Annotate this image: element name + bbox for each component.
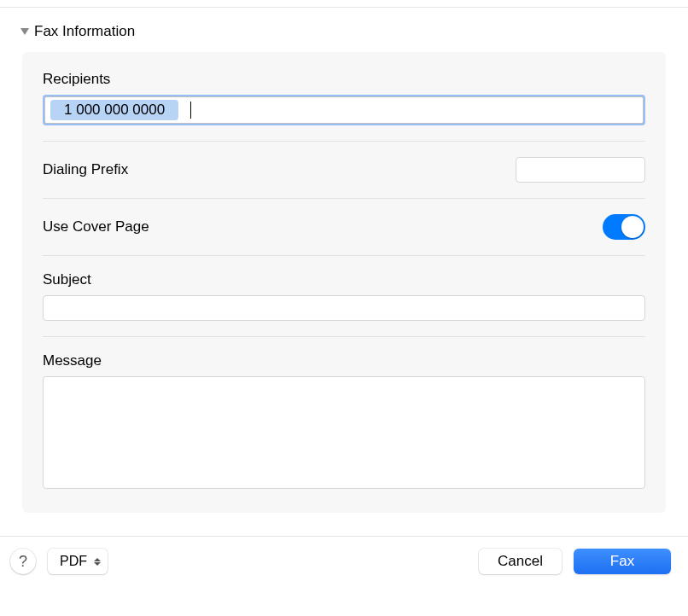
right-controls: Cancel Fax	[479, 549, 671, 574]
chevron-down-icon[interactable]	[20, 28, 29, 35]
divider	[43, 141, 645, 142]
message-field-group: Message	[43, 352, 645, 492]
recipients-field-group: Recipients 1 000 000 0000	[43, 71, 645, 125]
recipient-chip[interactable]: 1 000 000 0000	[50, 100, 178, 120]
dialing-prefix-row: Dialing Prefix	[43, 157, 645, 183]
chevron-updown-icon	[94, 558, 101, 566]
divider	[43, 255, 645, 256]
fax-form: Recipients 1 000 000 0000 Dialing Prefix…	[22, 52, 666, 513]
dialing-prefix-input[interactable]	[516, 157, 645, 183]
use-cover-page-label: Use Cover Page	[43, 218, 149, 235]
use-cover-page-row: Use Cover Page	[43, 214, 645, 240]
divider	[43, 198, 645, 199]
toggle-knob	[621, 216, 644, 238]
help-icon: ?	[19, 553, 27, 571]
subject-input[interactable]	[43, 295, 645, 321]
recipients-input[interactable]: 1 000 000 0000	[43, 95, 645, 125]
subject-label: Subject	[43, 271, 645, 288]
message-textarea[interactable]	[43, 376, 645, 489]
recipients-label: Recipients	[43, 71, 645, 88]
cancel-button[interactable]: Cancel	[479, 549, 562, 574]
bottom-bar: ? PDF Cancel Fax	[0, 549, 688, 574]
bottom-divider	[0, 536, 688, 537]
dialing-prefix-label: Dialing Prefix	[43, 161, 128, 178]
section-title: Fax Information	[34, 23, 135, 40]
divider	[43, 336, 645, 337]
pdf-label: PDF	[60, 554, 87, 569]
use-cover-page-toggle[interactable]	[603, 214, 645, 240]
message-label: Message	[43, 352, 645, 369]
cursor-caret-icon	[190, 102, 191, 119]
subject-field-group: Subject	[43, 271, 645, 321]
section-header: Fax Information	[0, 8, 688, 52]
fax-button[interactable]: Fax	[574, 549, 671, 574]
pdf-dropdown[interactable]: PDF	[48, 549, 108, 574]
left-controls: ? PDF	[10, 549, 108, 574]
help-button[interactable]: ?	[10, 549, 36, 574]
